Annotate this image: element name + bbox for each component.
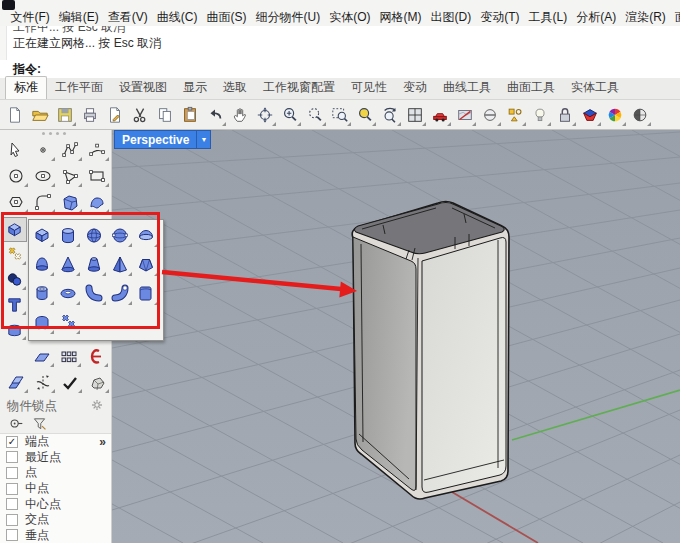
checkbox[interactable] xyxy=(6,498,18,510)
flyout-truncated-pyramid-button[interactable] xyxy=(133,249,159,278)
osnap-item-perpendicular[interactable]: 垂点 xyxy=(0,528,111,543)
arc-tool-button[interactable] xyxy=(83,137,110,163)
flyout-cylinder-button[interactable] xyxy=(55,220,81,249)
lamp-button[interactable] xyxy=(527,102,552,128)
shaded-mode-button[interactable] xyxy=(627,102,652,128)
flyout-paraboloid-button[interactable] xyxy=(29,249,55,278)
zoom-dynamic-button[interactable] xyxy=(302,102,327,128)
tab-set-view[interactable]: 设置视图 xyxy=(111,77,175,99)
persistent-osnap-button[interactable] xyxy=(3,414,27,433)
render-preview-button[interactable] xyxy=(577,102,602,128)
tab-visibility[interactable]: 可见性 xyxy=(343,77,395,99)
osnap-item-center[interactable]: 中心点 xyxy=(0,496,111,512)
new-document-button[interactable] xyxy=(2,102,27,128)
tab-cplane[interactable]: 工作平面 xyxy=(47,77,111,99)
viewport-tab[interactable]: Perspective ▼ xyxy=(114,130,211,149)
zoom-selected-button[interactable] xyxy=(352,102,377,128)
map-button[interactable] xyxy=(452,102,477,128)
menu-item-curve[interactable]: 曲线(C) xyxy=(152,9,202,25)
menu-item-view[interactable]: 查看(V) xyxy=(103,9,152,25)
curve-tool-button[interactable] xyxy=(56,137,83,163)
command-input[interactable] xyxy=(45,61,680,77)
zoom-extents-button[interactable] xyxy=(377,102,402,128)
menu-item-tools[interactable]: 工具(L) xyxy=(524,9,572,25)
circle-tool-button[interactable] xyxy=(2,163,29,189)
curved-surface-tool-button[interactable] xyxy=(83,189,110,215)
checkbox[interactable] xyxy=(6,529,18,541)
select-tool-button[interactable] xyxy=(2,137,29,163)
polygon-tool-button[interactable] xyxy=(56,163,83,189)
zoom-in-button[interactable] xyxy=(277,102,302,128)
tab-standard[interactable]: 标准 xyxy=(5,76,47,99)
flyout-rounded-slab-button[interactable] xyxy=(29,307,55,336)
flyout-box-button[interactable] xyxy=(29,220,55,249)
boolean-union-button[interactable] xyxy=(2,242,27,267)
extrude-surface-button[interactable] xyxy=(2,370,29,395)
flyout-tube-button[interactable] xyxy=(29,278,55,307)
flyout-boolean-pieces-button[interactable] xyxy=(55,307,81,336)
menu-item-mesh[interactable]: 网格(M) xyxy=(375,9,426,25)
print-button[interactable] xyxy=(77,102,102,128)
lock-button[interactable] xyxy=(552,102,577,128)
flyout-cone-button[interactable] xyxy=(55,249,81,278)
osnap-item-end[interactable]: ✓ 端点 xyxy=(0,434,111,450)
copy-button[interactable] xyxy=(152,102,177,128)
tab-surface-tools[interactable]: 曲面工具 xyxy=(499,77,563,99)
polygon-hex-tool-button[interactable] xyxy=(2,189,29,215)
cut-button[interactable] xyxy=(127,102,152,128)
flyout-pipe-elbow-2-button[interactable] xyxy=(107,278,133,307)
tab-solid-tools[interactable]: 实体工具 xyxy=(563,77,627,99)
tab-select[interactable]: 选取 xyxy=(215,77,255,99)
tab-viewport-layout[interactable]: 工作视窗配置 xyxy=(255,77,343,99)
menu-item-edit[interactable]: 编辑(E) xyxy=(54,9,103,25)
point-tool-button[interactable] xyxy=(29,137,56,163)
pan-button[interactable] xyxy=(227,102,252,128)
rotate-view-button[interactable] xyxy=(252,102,277,128)
menu-item-solid[interactable]: 实体(O) xyxy=(325,9,375,25)
osnap-item-point[interactable]: 点 xyxy=(0,465,111,481)
menu-item-dimension[interactable]: 出图(D) xyxy=(426,9,476,25)
array-tool-button[interactable] xyxy=(55,344,82,369)
surface-box-button[interactable] xyxy=(2,317,27,342)
menu-item-file[interactable]: 文件(F) xyxy=(6,9,54,25)
flyout-sphere-points-button[interactable] xyxy=(107,220,133,249)
paste-button[interactable] xyxy=(177,102,202,128)
undo-button[interactable] xyxy=(202,102,227,128)
box-tool-button[interactable] xyxy=(2,217,27,242)
flyout-truncated-cone-button[interactable] xyxy=(81,249,107,278)
tab-curve-tools[interactable]: 曲线工具 xyxy=(435,77,499,99)
clamp-tool-button[interactable] xyxy=(82,344,109,369)
menu-item-render[interactable]: 渲染(R) xyxy=(621,9,671,25)
menu-item-panels[interactable]: 面板(P) xyxy=(670,9,680,25)
command-history[interactable]: 工作中... 按 Esc 取消 正在建立网格... 按 Esc 取消 xyxy=(0,26,680,61)
tab-display[interactable]: 显示 xyxy=(175,77,215,99)
rock-tool-button[interactable] xyxy=(83,370,110,395)
flyout-extrusion-button[interactable] xyxy=(133,278,159,307)
color-wheel-button[interactable] xyxy=(602,102,627,128)
text-tool-button[interactable] xyxy=(2,292,27,317)
filter-button[interactable] xyxy=(27,414,51,433)
chevron-down-icon[interactable]: ▼ xyxy=(196,131,210,148)
four-viewports-button[interactable] xyxy=(402,102,427,128)
open-file-button[interactable] xyxy=(27,102,52,128)
groups-button[interactable] xyxy=(502,102,527,128)
osnap-item-near[interactable]: 最近点 xyxy=(0,450,111,466)
menu-item-subd[interactable]: 细分物件(U) xyxy=(251,9,325,25)
zoom-window-button[interactable] xyxy=(327,102,352,128)
menu-item-surface[interactable]: 曲面(S) xyxy=(202,9,251,25)
check-tool-button[interactable] xyxy=(56,370,83,395)
rectangle-tool-button[interactable] xyxy=(83,163,110,189)
checkbox[interactable]: ✓ xyxy=(6,436,18,448)
named-views-button[interactable] xyxy=(427,102,452,128)
import-button[interactable] xyxy=(102,102,127,128)
hide-objects-button[interactable] xyxy=(477,102,502,128)
flyout-sphere-button[interactable] xyxy=(81,220,107,249)
checkbox[interactable] xyxy=(6,514,18,526)
osnap-list-chevron[interactable]: » xyxy=(99,435,106,449)
flyout-pyramid-button[interactable] xyxy=(107,249,133,278)
flyout-torus-button[interactable] xyxy=(55,278,81,307)
save-button[interactable] xyxy=(52,102,77,128)
boolean-difference-button[interactable] xyxy=(2,267,27,292)
viewport-perspective[interactable] xyxy=(112,130,680,543)
fillet-curve-tool-button[interactable] xyxy=(29,189,56,215)
